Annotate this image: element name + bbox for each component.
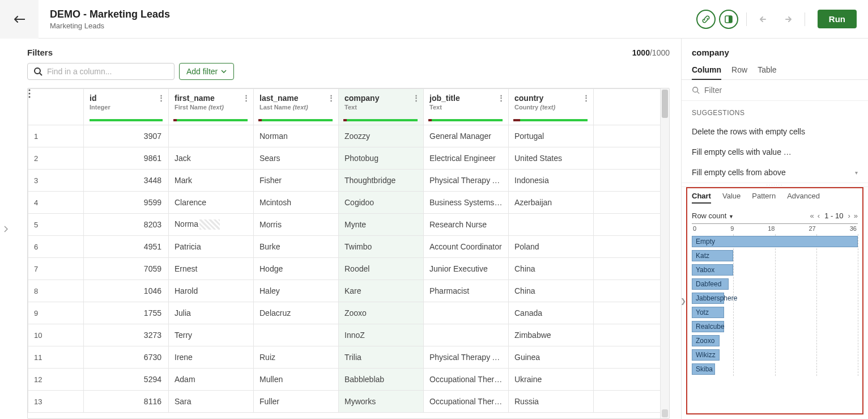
chart-bar[interactable]: Skiba	[692, 363, 715, 375]
cell-company[interactable]: Trilia	[339, 346, 424, 369]
chart-tab-value[interactable]: Value	[722, 192, 741, 204]
cell-company[interactable]: Cogidoo	[339, 192, 424, 214]
cell-country[interactable]: Zimbabwe	[509, 324, 594, 346]
panel-resize-grip[interactable]: ·······	[682, 183, 868, 187]
cell-id[interactable]: 7059	[84, 258, 169, 280]
cell-company[interactable]: Zooxo	[339, 302, 424, 324]
chart-bar-row[interactable]: Yotz	[692, 305, 858, 319]
cell-id[interactable]: 9599	[84, 192, 169, 214]
cell-last-name[interactable]: Delacruz	[254, 302, 339, 324]
cell-country[interactable]: Portugal	[509, 125, 594, 147]
cell-id[interactable]: 3273	[84, 324, 169, 346]
left-edge-toggle[interactable]	[0, 39, 11, 419]
cell-country[interactable]: Canada	[509, 302, 594, 324]
cell-job-title[interactable]: Physical Therapy A…	[424, 346, 509, 369]
cell-id[interactable]: 9861	[84, 147, 169, 170]
cell-company[interactable]: Zoozzy	[339, 125, 424, 147]
chart-bar[interactable]: Yotz	[692, 307, 724, 318]
cell-country[interactable]: Guinea	[509, 346, 594, 369]
cell-first-name[interactable]: Julia	[169, 302, 254, 324]
right-panel-filter[interactable]	[682, 80, 868, 101]
cell-last-name[interactable]: Fuller	[254, 391, 339, 413]
run-button[interactable]: Run	[818, 10, 857, 28]
cell-country[interactable]: Azerbaijan	[509, 192, 594, 214]
cell-id[interactable]: 5294	[84, 369, 169, 391]
col-menu-jt[interactable]: ⋮	[497, 94, 505, 102]
suggestion-fill-above[interactable]: Fill empty cells from above▾	[682, 162, 868, 183]
table-row[interactable]: 125294AdamMullenBabbleblabOccupational T…	[28, 369, 669, 391]
cell-company[interactable]: Kare	[339, 280, 424, 302]
cell-country[interactable]: Ukraine	[509, 369, 594, 391]
table-row[interactable]: 29861JackSearsPhotobugElectrical Enginee…	[28, 147, 669, 170]
table-row[interactable]: 33448MarkFisherThoughtbridgePhysical The…	[28, 170, 669, 192]
col-menu-ln[interactable]: ⋮	[327, 94, 335, 102]
cell-last-name[interactable]: Ruiz	[254, 346, 339, 369]
col-header-country[interactable]: countryCountry (text)⋮	[509, 89, 594, 125]
column-search[interactable]	[27, 63, 175, 80]
cell-company[interactable]: Babbleblab	[339, 369, 424, 391]
table-row[interactable]: 91755JuliaDelacruzZooxoCanada	[28, 302, 669, 324]
chart-bar[interactable]: Wikizz	[692, 349, 720, 361]
cell-id[interactable]: 1755	[84, 302, 169, 324]
cell-company[interactable]: Myworks	[339, 391, 424, 413]
undo-button[interactable]	[755, 10, 774, 29]
cell-last-name[interactable]: Morris	[254, 214, 339, 236]
scrollbar-thumb-bottom[interactable]	[662, 409, 668, 417]
suggestion-delete-empty[interactable]: Delete the rows with empty cells	[682, 121, 868, 142]
chart-bar-row[interactable]: Jabbersphere	[692, 291, 858, 305]
cell-first-name[interactable]: Harold	[169, 280, 254, 302]
cell-last-name[interactable]: Mcintosh	[254, 192, 339, 214]
rowcount-dropdown[interactable]: Row count ▼	[692, 211, 734, 220]
chart-tab-pattern[interactable]: Pattern	[752, 192, 776, 204]
col-menu-cn[interactable]: ⋮	[582, 94, 590, 102]
cell-company[interactable]: Mynte	[339, 214, 424, 236]
cell-id[interactable]: 4951	[84, 236, 169, 258]
col-header-id[interactable]: idInteger⋮	[84, 89, 169, 125]
row-menu-header[interactable]	[28, 89, 84, 125]
cell-job-title[interactable]	[424, 324, 509, 346]
cell-first-name[interactable]: Mark	[169, 170, 254, 192]
cell-job-title[interactable]: Pharmacist	[424, 280, 509, 302]
cell-job-title[interactable]	[424, 302, 509, 324]
scrollbar-thumb[interactable]	[662, 90, 668, 118]
chart-bar-row[interactable]: Yabox	[692, 263, 858, 277]
chart-bar-row[interactable]: Skiba	[692, 362, 858, 376]
chart-bar[interactable]: Dabfeed	[692, 278, 729, 290]
cell-company[interactable]: Thoughtbridge	[339, 170, 424, 192]
chart-bar[interactable]: Realcube	[692, 321, 724, 332]
cell-id[interactable]: 8203	[84, 214, 169, 236]
cell-country[interactable]: Indonesia	[509, 170, 594, 192]
chart-bar-row[interactable]: Empty	[692, 234, 858, 248]
cell-last-name[interactable]: Hodge	[254, 258, 339, 280]
chart-bar[interactable]: Yabox	[692, 264, 733, 276]
cell-job-title[interactable]: Electrical Engineer	[424, 147, 509, 170]
chart-bar[interactable]: Katz	[692, 250, 733, 261]
table-row[interactable]: 81046HaroldHaleyKarePharmacistChina	[28, 280, 669, 302]
panel-toggle-button[interactable]	[719, 10, 738, 29]
pager-next[interactable]: ›	[848, 211, 850, 220]
cell-last-name[interactable]: Mullen	[254, 369, 339, 391]
link-button[interactable]	[696, 10, 716, 29]
table-row[interactable]: 58203NormaMorrisMynteResearch Nurse	[28, 214, 669, 236]
col-header-first-name[interactable]: first_nameFirst Name (text)⋮	[169, 89, 254, 125]
cell-country[interactable]: United States	[509, 147, 594, 170]
chart-bar[interactable]: Jabbersphere	[692, 293, 724, 304]
chart-bar[interactable]: Empty	[692, 236, 858, 247]
cell-first-name[interactable]	[169, 125, 254, 147]
table-vertical-scrollbar[interactable]	[660, 88, 669, 418]
cell-country[interactable]: Russia	[509, 391, 594, 413]
pager-prev[interactable]: ‹	[818, 211, 820, 220]
cell-first-name[interactable]: Terry	[169, 324, 254, 346]
back-button[interactable]	[0, 0, 39, 39]
cell-country[interactable]: Poland	[509, 236, 594, 258]
chart-bar-row[interactable]: Zooxo	[692, 333, 858, 348]
cell-job-title[interactable]: Business Systems D…	[424, 192, 509, 214]
cell-country[interactable]: China	[509, 280, 594, 302]
cell-id[interactable]: 3448	[84, 170, 169, 192]
col-menu-fn[interactable]: ⋮	[242, 94, 250, 102]
cell-job-title[interactable]: Occupational Thera…	[424, 369, 509, 391]
chart-bar-row[interactable]: Dabfeed	[692, 277, 858, 291]
chart-bar-row[interactable]: Katz	[692, 248, 858, 263]
col-header-last-name[interactable]: last_nameLast Name (text)⋮	[254, 89, 339, 125]
cell-job-title[interactable]: Occupational Thera…	[424, 391, 509, 413]
